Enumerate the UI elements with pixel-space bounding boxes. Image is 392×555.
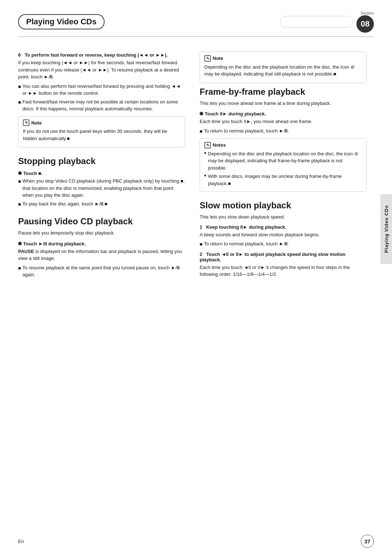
dot-icon1 bbox=[204, 152, 206, 154]
sidebar-label: Playing Video CDs bbox=[384, 205, 389, 253]
square-icon: ■ bbox=[18, 83, 21, 97]
section-label: Section bbox=[360, 11, 374, 15]
notes-dot1: Depending on the disc and the playback l… bbox=[204, 150, 362, 172]
slow-step2-heading: 2 Touch ◄II or II► to adjust playback sp… bbox=[200, 252, 367, 262]
slow-step1-bullet1-text: To return to normal playback, touch ►/II… bbox=[204, 240, 289, 248]
pausing-sub1-text: Touch ►/II during playback. bbox=[23, 241, 86, 246]
slow-step1-heading: 1 Keep touching II► during playback. bbox=[200, 224, 367, 230]
bullet-circle-icon bbox=[18, 171, 22, 175]
sidebar-tab: Playing Video CDs bbox=[380, 194, 392, 264]
note1-title: ✎ Note bbox=[23, 119, 180, 127]
footer-page: 37 bbox=[361, 535, 374, 548]
pausing-bullet1: ■ To resume playback at the same point t… bbox=[18, 264, 185, 278]
step6-heading: 6 To perform fast forward or reverse, ke… bbox=[18, 52, 185, 58]
bullet-circle-icon2 bbox=[18, 242, 22, 245]
footer: En 37 bbox=[18, 535, 374, 548]
step6-bullet2-text: Fast forward/fast reverse may not be pos… bbox=[23, 98, 185, 113]
footer-en: En bbox=[18, 539, 24, 544]
square-icon5: ■ bbox=[18, 265, 21, 278]
header-right: Section 08 bbox=[280, 11, 374, 33]
page: Playing Video CDs Section 08 6 To perfor… bbox=[0, 0, 392, 555]
square-icon2: ■ bbox=[18, 99, 21, 113]
stopping-body1-text: When you stop Video CD playback (during … bbox=[23, 177, 185, 199]
left-column: 6 To perform fast forward or reverse, ke… bbox=[18, 48, 185, 280]
bullet-circle-icon3 bbox=[200, 112, 203, 115]
slow-body: This lets you slow down playback speed. bbox=[200, 213, 367, 221]
notes-title: ✎ Notes bbox=[204, 142, 362, 149]
square-icon7: ■ bbox=[200, 241, 203, 248]
right-column: ✎ Note Depending on the disc and the pla… bbox=[200, 48, 367, 280]
note1-body: If you do not use the touch panel keys w… bbox=[23, 128, 180, 142]
stopping-sub1: Touch ■. bbox=[18, 171, 185, 176]
frame-bullet1-text: To return to normal playback, touch ►/II… bbox=[204, 127, 289, 135]
pausing-title: Pausing Video CD playback bbox=[18, 216, 185, 227]
slow-step1-body: A beep sounds and forward slow motion pl… bbox=[200, 231, 367, 238]
slow-step1-heading-text: 1 Keep touching II► during playback. bbox=[200, 224, 286, 230]
pausing-sub1: Touch ►/II during playback. bbox=[18, 241, 185, 246]
step6-bullet1-text: You can also perform fast reverse/fast f… bbox=[23, 83, 185, 97]
section-badge: 08 bbox=[356, 15, 374, 33]
step6-body1: If you keep touching |◄◄ or ►►| for five… bbox=[18, 59, 185, 81]
pausing-intro: Pause lets you temporarily stop disc pla… bbox=[18, 229, 185, 237]
slow-step2-heading-text: 2 Touch ◄II or II► to adjust playback sp… bbox=[200, 252, 367, 262]
note2-body: Depending on the disc and the playback l… bbox=[204, 64, 362, 78]
slow-step1-bullet1: ■ To return to normal playback, touch ►/… bbox=[200, 240, 367, 248]
content-columns: 6 To perform fast forward or reverse, ke… bbox=[18, 48, 374, 280]
stopping-bullet1-text: To play back the disc again, touch ►/II.… bbox=[23, 200, 107, 208]
frame-sub1: Touch II► during playback. bbox=[200, 111, 367, 117]
frame-body: This lets you move ahead one frame at a … bbox=[200, 100, 367, 107]
stopping-bullet1: ■ To play back the disc again, touch ►/I… bbox=[18, 200, 185, 208]
header: Playing Video CDs Section 08 bbox=[18, 11, 374, 37]
frame-bullet1: ■ To return to normal playback, touch ►/… bbox=[200, 127, 367, 135]
dot-icon2 bbox=[204, 175, 206, 176]
note2-title: ✎ Note bbox=[204, 55, 362, 62]
note-icon2: ✎ bbox=[204, 55, 211, 62]
header-top-right-box bbox=[280, 16, 353, 28]
note2-box: ✎ Note Depending on the disc and the pla… bbox=[200, 52, 367, 83]
note1-box: ✎ Note If you do not use the touch panel… bbox=[18, 116, 185, 148]
square-icon4: ■ bbox=[18, 201, 21, 208]
square-icon6: ■ bbox=[200, 128, 203, 135]
pausing-bullet1-text: To resume playback at the same point tha… bbox=[23, 264, 185, 278]
step6-bullet2: ■ Fast forward/fast reverse may not be p… bbox=[18, 98, 185, 113]
notes-dot1-text: Depending on the disc and the playback l… bbox=[208, 150, 362, 172]
stopping-title: Stopping playback bbox=[18, 156, 185, 166]
step6-bullet1: ■ You can also perform fast reverse/fast… bbox=[18, 83, 185, 97]
frame-title: Frame-by-frame playback bbox=[200, 87, 367, 97]
step6-text: 6 To perform fast forward or reverse, ke… bbox=[18, 52, 168, 58]
stopping-sub1-text: Touch ■. bbox=[23, 171, 42, 176]
slow-title: Slow motion playback bbox=[200, 200, 367, 211]
note-icon3: ✎ bbox=[204, 142, 211, 148]
notes-dot2-text: With some discs, images may be unclear d… bbox=[208, 173, 362, 187]
note-icon1: ✎ bbox=[23, 119, 29, 126]
frame-sub1-text: Touch II► during playback. bbox=[205, 111, 266, 117]
stopping-body1: ■ When you stop Video CD playback (durin… bbox=[18, 177, 185, 199]
page-title: Playing Video CDs bbox=[18, 14, 105, 29]
slow-step2-body: Each time you touch ◄II or II► it change… bbox=[200, 264, 367, 278]
pausing-body2: PAUSE is displayed on the information ba… bbox=[18, 248, 185, 262]
notes-dot2: With some discs, images may be unclear d… bbox=[204, 173, 362, 187]
square-icon3: ■ bbox=[18, 178, 21, 199]
notes-box: ✎ Notes Depending on the disc and the pl… bbox=[200, 138, 367, 192]
frame-body2: Each time you touch II►, you move ahead … bbox=[200, 118, 367, 125]
